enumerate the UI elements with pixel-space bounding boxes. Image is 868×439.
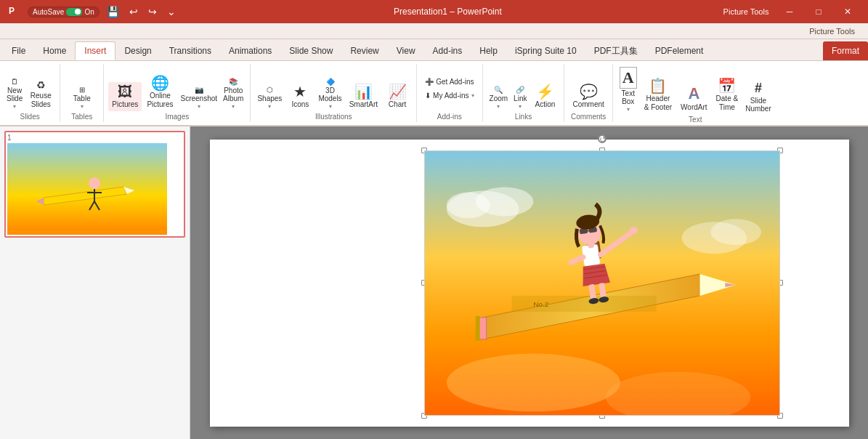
title-bar: P AutoSave On 💾 ↩ ↪ ⌄ Presentation1 – Po… [0, 0, 868, 23]
tab-help[interactable]: Help [471, 41, 506, 60]
shapes-button[interactable]: ⬡ Shapes ▾ [255, 84, 284, 111]
pictures-icon: 🖼 [118, 84, 132, 99]
3d-models-arrow[interactable]: ▾ [329, 103, 332, 110]
photo-album-button[interactable]: 📚 PhotoAlbum ▾ [221, 76, 246, 111]
rotate-handle[interactable] [598, 134, 607, 143]
chart-icon: 📈 [389, 84, 407, 99]
tab-addins[interactable]: Add-ins [424, 41, 471, 60]
svg-text:P: P [9, 6, 15, 16]
ribbon-group-addins: ➕ Get Add-ins ⬇ My Add-ins ▾ Add-ins [417, 64, 482, 122]
links-group-label: Links [515, 113, 532, 121]
ribbon-group-tables: ⊞ Table ▾ Tables [60, 64, 104, 122]
icons-icon: ★ [293, 84, 307, 99]
qat-dropdown-button[interactable]: ⌄ [164, 4, 179, 19]
smartart-button[interactable]: 📊 SmartArt [346, 82, 381, 111]
comment-button[interactable]: 💬 Comment [569, 82, 607, 111]
action-button[interactable]: ⚡ Action [530, 82, 559, 111]
slide-thumbnail-1[interactable]: 1 [4, 131, 185, 238]
reuse-slides-button[interactable]: ♻ ReuseSlides [26, 78, 55, 111]
undo-button[interactable]: ↩ [126, 4, 141, 19]
canvas-area: No.2 [190, 126, 868, 439]
tab-pdf2[interactable]: PDFelement [646, 41, 713, 60]
zoom-icon: 🔍 [494, 86, 503, 94]
new-slide-button[interactable]: 🗒 NewSlide ▾ [4, 76, 25, 111]
textbox-button[interactable]: A TextBox ▾ [617, 65, 639, 114]
tab-insert[interactable]: Insert [75, 41, 115, 60]
tab-review[interactable]: Review [341, 41, 387, 60]
header-footer-button[interactable]: 📋 Header& Footer [641, 76, 676, 114]
slide-image-content: No.2 [424, 150, 780, 416]
tab-home[interactable]: Home [34, 41, 75, 60]
redo-button[interactable]: ↪ [145, 4, 160, 19]
date-time-label: Date &Time [716, 94, 739, 112]
wordart-button[interactable]: A WordArt [677, 84, 711, 114]
date-time-icon: 📅 [718, 78, 736, 93]
my-addins-arrow[interactable]: ▾ [471, 92, 474, 99]
tab-format[interactable]: Format [823, 41, 868, 60]
screenshot-label: Screenshot [181, 94, 218, 102]
autosave-pill[interactable] [66, 8, 82, 16]
autosave-state: On [84, 8, 94, 16]
svg-point-14 [446, 192, 490, 218]
link-arrow[interactable]: ▾ [519, 103, 522, 110]
tab-animations[interactable]: Animations [220, 41, 280, 60]
tab-transitions[interactable]: Transitions [161, 41, 220, 60]
svg-point-6 [89, 177, 100, 189]
3d-models-label: 3DModels [318, 86, 341, 102]
zoom-arrow[interactable]: ▾ [497, 103, 500, 110]
autosave-toggle[interactable]: AutoSave On [28, 7, 100, 17]
slide-number-button[interactable]: # SlideNumber [743, 79, 774, 114]
minimize-button[interactable]: ─ [775, 0, 804, 23]
tab-view[interactable]: View [388, 41, 424, 60]
chart-button[interactable]: 📈 Chart [383, 82, 412, 111]
action-label: Action [535, 100, 556, 109]
my-addins-button[interactable]: ⬇ My Add-ins ▾ [421, 90, 477, 101]
pictures-label: Pictures [112, 100, 138, 109]
reuse-slides-icon: ♻ [36, 80, 46, 90]
maximize-button[interactable]: □ [804, 0, 833, 23]
tab-ispring[interactable]: iSpring Suite 10 [506, 41, 585, 60]
textbox-arrow[interactable]: ▾ [627, 106, 630, 113]
title-bar-title: Presentation1 – PowerPoint [179, 7, 717, 17]
new-slide-icon: 🗒 [11, 78, 18, 86]
photo-album-arrow[interactable]: ▾ [232, 103, 235, 110]
slide-canvas[interactable]: No.2 [210, 140, 849, 427]
zoom-button[interactable]: 🔍 Zoom ▾ [487, 84, 511, 111]
table-icon: ⊞ [79, 86, 85, 94]
tab-slideshow[interactable]: Slide Show [280, 41, 341, 60]
tab-file[interactable]: File [3, 41, 34, 60]
comment-icon: 💬 [580, 84, 598, 99]
wordart-label: WordArt [681, 103, 707, 112]
tab-pdf1[interactable]: PDF工具集 [585, 41, 646, 60]
get-addins-button[interactable]: ➕ Get Add-ins [421, 76, 477, 87]
selected-image[interactable]: No.2 [424, 150, 780, 416]
addins-group-items: ➕ Get Add-ins ⬇ My Add-ins ▾ [421, 65, 477, 111]
3d-models-button[interactable]: 🔷 3DModels ▾ [316, 76, 344, 111]
screenshot-button[interactable]: 📷 Screenshot ▾ [179, 84, 220, 111]
my-addins-label: My Add-ins [433, 92, 469, 100]
tables-group-items: ⊞ Table ▾ [71, 65, 93, 111]
pictures-button[interactable]: 🖼 Pictures [108, 82, 142, 111]
link-button[interactable]: 🔗 Link ▾ [511, 84, 529, 111]
shapes-arrow[interactable]: ▾ [268, 103, 271, 110]
save-button[interactable]: 💾 [104, 4, 122, 19]
table-arrow[interactable]: ▾ [81, 103, 84, 110]
close-button[interactable]: ✕ [833, 0, 862, 23]
svg-text:No.2: No.2 [533, 299, 548, 307]
tab-design[interactable]: Design [115, 41, 160, 60]
online-pictures-button[interactable]: 🌐 OnlinePictures [143, 73, 177, 111]
powerpoint-logo: P [6, 3, 20, 21]
date-time-button[interactable]: 📅 Date &Time [713, 76, 742, 114]
illustrations-group-items: ⬡ Shapes ▾ ★ Icons 🔷 3DModels ▾ 📊 SmartA… [255, 65, 412, 111]
link-label: Link [514, 94, 527, 102]
action-icon: ⚡ [536, 84, 554, 99]
screenshot-arrow[interactable]: ▾ [198, 103, 200, 110]
ribbon-group-comments: 💬 Comment Comments [564, 64, 612, 122]
table-button[interactable]: ⊞ Table ▾ [71, 84, 93, 111]
ribbon-group-images: 🖼 Pictures 🌐 OnlinePictures 📷 Screenshot… [104, 64, 251, 122]
slide-panel: 1 [0, 126, 190, 439]
icons-button[interactable]: ★ Icons [285, 82, 315, 111]
comments-group-label: Comments [571, 113, 606, 121]
text-group-label: Text [689, 116, 702, 124]
new-slide-arrow[interactable]: ▾ [13, 103, 16, 110]
